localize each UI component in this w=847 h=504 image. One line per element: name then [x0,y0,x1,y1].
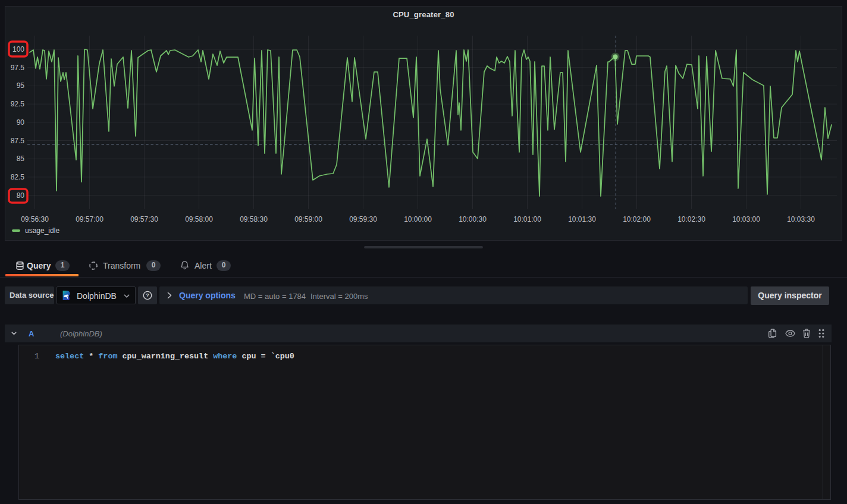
svg-text:10:02:30: 10:02:30 [677,215,705,223]
svg-text:09:58:30: 09:58:30 [240,215,268,223]
svg-text:10:01:00: 10:01:00 [513,215,541,223]
svg-text:10:00:30: 10:00:30 [459,215,487,223]
svg-text:usage_idle: usage_idle [25,226,59,235]
svg-text:10:00:00: 10:00:00 [404,215,432,223]
svg-text:87.5: 87.5 [11,137,25,145]
svg-text:09:59:30: 09:59:30 [349,215,377,223]
svg-text:80: 80 [17,191,25,200]
svg-text:85: 85 [17,155,25,163]
svg-text:97.5: 97.5 [11,64,25,72]
svg-text:10:03:30: 10:03:30 [787,215,815,223]
svg-text:10:01:30: 10:01:30 [568,215,596,223]
svg-text:82.5: 82.5 [11,173,25,181]
svg-text:09:57:30: 09:57:30 [130,215,158,223]
svg-text:09:56:30: 09:56:30 [21,215,49,223]
svg-text:09:57:00: 09:57:00 [76,215,103,223]
svg-text:10:02:00: 10:02:00 [623,215,651,223]
svg-text:100: 100 [12,45,24,53]
svg-text:09:59:00: 09:59:00 [294,215,322,223]
svg-text:92.5: 92.5 [11,100,25,108]
svg-text:10:03:00: 10:03:00 [732,215,760,223]
svg-text:95: 95 [17,81,25,90]
svg-text:09:58:00: 09:58:00 [185,215,213,223]
svg-text:?: ? [146,292,149,298]
svg-text:90: 90 [17,118,25,127]
